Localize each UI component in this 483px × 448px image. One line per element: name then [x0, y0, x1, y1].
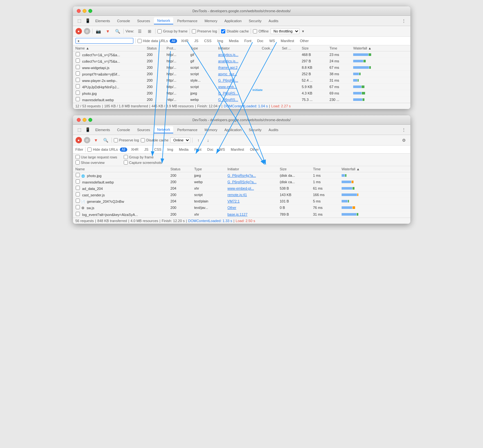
row-select-checkbox[interactable]	[76, 97, 80, 101]
row-initiator[interactable]: www-embed-pl...	[225, 185, 277, 192]
table-row[interactable]: maxresdefault.webp 200 http/... webp G_P…	[73, 96, 410, 103]
record-button-1[interactable]: ●	[76, 28, 82, 34]
th-name-2[interactable]: Name	[73, 166, 168, 172]
clear-button-2[interactable]: ⊘	[84, 137, 90, 143]
th-cookies-1[interactable]: Cook...	[259, 45, 279, 51]
grid-view-icon[interactable]: ⊞	[146, 27, 153, 35]
table-row[interactable]: prompt?t=a&site=ylj5if... 200 http/... s…	[73, 71, 410, 77]
camera-icon-1[interactable]: 📷	[94, 27, 102, 35]
th-waterfall-1[interactable]: Waterfall ▲	[351, 45, 410, 51]
filter-xhr-2[interactable]: XHR	[129, 147, 140, 152]
throttling-select-1[interactable]: No throttling	[271, 28, 300, 34]
row-select-checkbox[interactable]	[76, 192, 80, 196]
tab-elements-1[interactable]: Elements	[92, 18, 113, 24]
tab-elements-2[interactable]: Elements	[92, 127, 113, 133]
filter-js-1[interactable]: JS	[192, 39, 201, 43]
group-by-frame-checkbox-1[interactable]	[157, 29, 162, 33]
filter-ws-1[interactable]: WS	[267, 39, 277, 43]
filter-img-1[interactable]: Img	[215, 39, 225, 43]
tab-sources-2[interactable]: Sources	[134, 127, 153, 133]
row-select-checkbox[interactable]	[76, 78, 80, 82]
row-initiator[interactable]: G_P6rpRS...	[216, 90, 259, 96]
offline-label-1[interactable]: Offline	[253, 29, 269, 33]
preserve-log-label-1[interactable]: Preserve log	[192, 29, 217, 33]
search-icon-1[interactable]: 🔍	[114, 27, 121, 35]
show-overview-label[interactable]: Show overview	[76, 160, 117, 165]
filter-other-1[interactable]: Other	[298, 39, 311, 43]
hide-data-urls-label-1[interactable]: Hide data URLs	[138, 39, 168, 43]
hide-data-urls-checkbox-2[interactable]	[87, 148, 92, 152]
maximize-button-2[interactable]	[88, 118, 92, 122]
show-overview-checkbox[interactable]	[76, 160, 80, 165]
filter-font-1[interactable]: Font	[242, 39, 253, 43]
th-time-1[interactable]: Time	[327, 45, 351, 51]
table-row[interactable]: www-player-2x-webp-. 200 http/... style.…	[73, 77, 410, 84]
minimize-button-2[interactable]	[83, 118, 86, 122]
row-initiator[interactable]: www-emb...	[216, 84, 259, 90]
tab-network-2[interactable]: Network	[154, 126, 173, 133]
row-select-checkbox[interactable]	[76, 186, 80, 190]
filter-media-2[interactable]: Media	[177, 147, 191, 152]
tab-sources-1[interactable]: Sources	[134, 18, 153, 24]
filter-font-2[interactable]: Font	[192, 147, 203, 152]
tab-console-2[interactable]: Console	[114, 127, 133, 133]
th-initiator-1[interactable]: Initiator	[216, 45, 259, 51]
table-row[interactable]: www-widgetapi.js 200 http/... script ifr…	[73, 64, 410, 71]
tab-memory-1[interactable]: Memory	[201, 18, 220, 24]
row-initiator[interactable]: iframe_api:2	[216, 64, 259, 71]
row-initiator[interactable]: Other	[225, 204, 277, 211]
table-row[interactable]: collect?v=1&_v=j75&a... 200 http/... gif…	[73, 58, 410, 64]
filter-input-1[interactable]	[76, 38, 133, 44]
upload-icon-2[interactable]: ↑	[194, 136, 202, 144]
filter-doc-2[interactable]: Doc	[205, 147, 216, 152]
preserve-log-checkbox-1[interactable]	[192, 29, 196, 33]
row-select-checkbox[interactable]	[76, 173, 80, 177]
row-initiator[interactable]: analytics.js...	[216, 58, 259, 64]
row-initiator[interactable]: G_P6rpRsr4g?a...	[225, 172, 277, 179]
tab-performance-1[interactable]: Performance	[174, 18, 201, 24]
th-size-2[interactable]: Size	[277, 166, 310, 172]
table-row[interactable]: maxresdefault.webp 200 webp G_P6rpRSr4g?…	[73, 179, 410, 185]
filter-media-1[interactable]: Media	[227, 39, 240, 43]
th-type-2[interactable]: Type	[192, 166, 225, 172]
search-icon-2[interactable]: 🔍	[102, 136, 110, 144]
capture-screenshots-checkbox[interactable]	[124, 160, 128, 165]
tab-application-1[interactable]: Application	[221, 18, 245, 24]
close-button-2[interactable]	[77, 118, 81, 122]
th-protocol-1[interactable]: Prot...	[164, 45, 188, 51]
th-time-2[interactable]: Time	[310, 166, 339, 172]
disable-cache-label-2[interactable]: Disable cache	[141, 138, 168, 142]
th-status-1[interactable]: Status	[144, 45, 164, 51]
hide-data-urls-label-2[interactable]: Hide data URLs	[87, 148, 118, 152]
filter-xhr-1[interactable]: XHR	[179, 39, 190, 43]
th-size-1[interactable]: Size	[299, 45, 327, 51]
maximize-button-1[interactable]	[88, 9, 92, 13]
filter-icon-2[interactable]: ▼	[92, 136, 100, 144]
download-icon-2[interactable]: ↓	[204, 136, 212, 144]
row-initiator[interactable]: VM72:1	[225, 198, 277, 204]
row-select-checkbox[interactable]	[76, 52, 80, 56]
large-rows-label[interactable]: Use large request rows	[76, 155, 117, 159]
th-waterfall-2[interactable]: Waterfall ▲	[339, 166, 410, 172]
th-status-2[interactable]: Status	[168, 166, 192, 172]
table-row[interactable]: log_event?alt=json&key=AlzaSyA... 200 xh…	[73, 211, 410, 218]
settings-gear-icon-2[interactable]: ⚙	[400, 136, 408, 144]
filter-css-1[interactable]: CSS	[202, 39, 213, 43]
group-by-frame-checkbox-2[interactable]	[124, 155, 128, 159]
disable-cache-checkbox-1[interactable]	[221, 29, 225, 33]
row-initiator[interactable]: analytics.js...	[216, 51, 259, 58]
preserve-log-label-2[interactable]: Preserve log	[114, 138, 139, 142]
table-row[interactable]: 4PUpJpDdHqrNInFpJ... 200 http/... script…	[73, 84, 410, 90]
record-button-2[interactable]: ●	[76, 137, 82, 143]
filter-js-2[interactable]: JS	[142, 147, 150, 152]
throttling-select-2[interactable]: Online	[170, 137, 190, 143]
row-select-checkbox[interactable]	[76, 91, 80, 95]
row-select-checkbox[interactable]	[76, 58, 80, 63]
row-initiator[interactable]: base.js:1127	[225, 211, 277, 218]
tab-audits-1[interactable]: Audits	[265, 18, 282, 24]
table-row[interactable]: 📄 generate_204?cQ2nBw 204 text/plain VM7…	[73, 198, 410, 204]
row-select-checkbox[interactable]	[76, 71, 80, 76]
table-row[interactable]: 🌐 photo.jpg 200 jpeg G_P6rpRsr4g?a... (d…	[73, 172, 410, 179]
filter-manifest-1[interactable]: Manifest	[279, 39, 296, 43]
filter-css-2[interactable]: CSS	[152, 147, 164, 152]
